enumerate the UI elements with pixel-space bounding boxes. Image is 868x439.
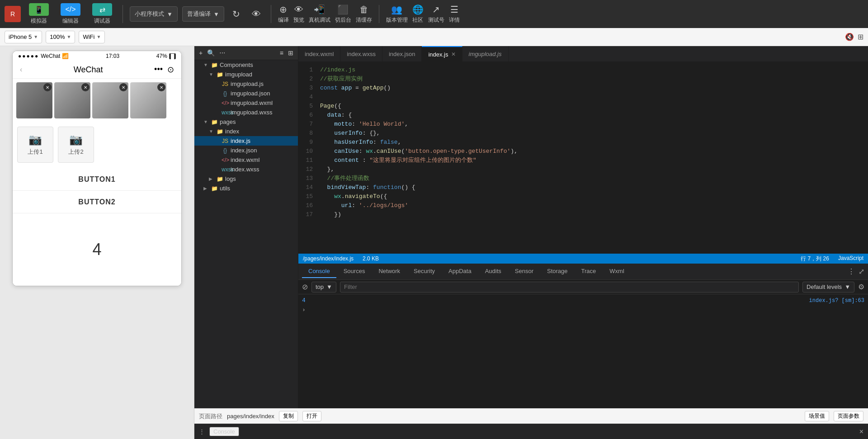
tree-item-logs[interactable]: ▶ 📁 logs — [194, 174, 298, 184]
filter-input[interactable] — [340, 282, 799, 293]
three-dots-icon[interactable]: ⋮ — [199, 428, 205, 435]
simulator-btn[interactable]: 📱 模拟器 — [25, 1, 52, 27]
tree-item-imgupload-json[interactable]: {} imgupload.json — [194, 89, 298, 98]
params-btn[interactable]: 页面参数 — [834, 411, 863, 421]
compile-action-icon: ⊕ — [279, 4, 287, 15]
console-bottom-tab[interactable]: Console — [209, 427, 239, 436]
image-thumb-3[interactable]: ✕ — [92, 82, 128, 118]
close-console-icon[interactable]: × — [859, 428, 863, 436]
device-select[interactable]: iPhone 5 ▼ — [5, 31, 42, 43]
tree-item-index-wxss[interactable]: wxss index.wxss — [194, 165, 298, 174]
test-btn[interactable]: ↗ 测试号 — [428, 4, 444, 24]
debugger-btn[interactable]: ⇄ 调试器 — [89, 1, 116, 27]
security-tab-label: Security — [414, 268, 435, 274]
image-thumb-2[interactable]: ✕ — [54, 82, 90, 118]
editor-btn[interactable]: </> 编辑器 — [57, 1, 84, 27]
sound-off-icon[interactable]: 🔇 — [845, 33, 854, 41]
real-machine-btn[interactable]: 📲 真机调试 — [309, 4, 330, 24]
tab-appdata[interactable]: AppData — [442, 265, 478, 278]
menu-dots-icon[interactable]: ••• — [154, 65, 163, 75]
tab-storage[interactable]: Storage — [541, 265, 574, 278]
upload-btn-2[interactable]: 📷 上传2 — [58, 127, 94, 163]
bottom-bar-right: 场景值 页面参数 — [805, 411, 863, 421]
network-select[interactable]: WiFi ▼ — [79, 31, 105, 43]
phone-button-2[interactable]: BUTTON2 — [13, 191, 181, 213]
image-thumb-4[interactable]: ✕ — [130, 82, 166, 118]
json-file-icon: {} — [222, 147, 229, 154]
layout-icon[interactable]: ⊞ — [288, 49, 293, 57]
detail-btn[interactable]: ☰ 详情 — [449, 4, 460, 24]
tree-item-utils[interactable]: ▶ 📁 utils — [194, 184, 298, 193]
tree-item-imgupload-wxml[interactable]: </> imgupload.wxml — [194, 98, 298, 108]
block-icon[interactable]: ⊘ — [302, 283, 308, 291]
open-btn[interactable]: 打开 — [302, 411, 321, 421]
code-content[interactable]: //index.js //获取应用实例 const app = getApp()… — [316, 62, 868, 254]
tab-audits[interactable]: Audits — [479, 265, 508, 278]
mode-select[interactable]: 小程序模式 ▼ — [130, 6, 178, 22]
copy-btn[interactable]: 复制 — [279, 411, 298, 421]
phone-panel: ●●●●● WeChat 📶 17:03 47% █ ‹ WeChat ••• … — [0, 46, 194, 439]
tab-index-js[interactable]: index.js ✕ — [422, 46, 462, 62]
zoom-select[interactable]: 100% ▼ — [46, 31, 75, 43]
close-thumb-3[interactable]: ✕ — [119, 83, 127, 91]
context-select[interactable]: top ▼ — [311, 282, 336, 293]
tab-index-json[interactable]: index.json — [382, 46, 422, 62]
path-value: pages/index/index — [227, 413, 274, 420]
tree-item-index-json[interactable]: {} index.json — [194, 146, 298, 155]
tree-item-index-wxml[interactable]: </> index.wxml — [194, 155, 298, 165]
eye-btn[interactable]: 👁 — [249, 6, 264, 22]
version-btn[interactable]: 👥 版本管理 — [386, 4, 408, 24]
console-expand-icon[interactable]: › — [302, 307, 306, 313]
tree-item-components[interactable]: ▼ 📁 Components — [194, 60, 298, 70]
community-btn[interactable]: 🌐 社区 — [412, 4, 424, 24]
gear-icon[interactable]: ⚙ — [858, 283, 864, 291]
close-thumb-2[interactable]: ✕ — [81, 83, 90, 91]
console-ref[interactable]: index.js? [sm]:63 — [809, 297, 864, 304]
close-thumb-1[interactable]: ✕ — [43, 83, 52, 91]
tree-item-imgupload-js[interactable]: JS imgupload.js — [194, 79, 298, 89]
tab-trace[interactable]: Trace — [575, 265, 603, 278]
more-options-icon[interactable]: ⋮ — [848, 267, 855, 276]
tree-item-imgupload[interactable]: ▼ 📁 imgupload — [194, 70, 298, 79]
phone-status-right: 47% █ — [156, 53, 176, 59]
tree-item-index[interactable]: ▼ 📁 index — [194, 127, 298, 136]
arrow-icon: ▶ — [203, 186, 209, 191]
main-content: ●●●●● WeChat 📶 17:03 47% █ ‹ WeChat ••• … — [0, 46, 868, 439]
tree-item-pages[interactable]: ▼ 📁 pages — [194, 117, 298, 127]
tab-sensor[interactable]: Sensor — [509, 265, 540, 278]
scene-btn[interactable]: 场景值 — [805, 411, 829, 421]
close-tab-icon[interactable]: ✕ — [451, 51, 456, 57]
clear-cache-btn[interactable]: 🗑 清缓存 — [356, 5, 372, 24]
zoom-arrow-icon: ▼ — [66, 34, 71, 39]
tab-console[interactable]: Console — [302, 265, 336, 278]
expand-icon[interactable]: ⤢ — [859, 267, 864, 276]
tab-index-wxss[interactable]: index.wxss — [340, 46, 382, 62]
refresh-btn[interactable]: ↻ — [229, 6, 244, 22]
tab-security[interactable]: Security — [407, 265, 441, 278]
back-icon[interactable]: ‹ — [20, 66, 22, 74]
search-icon[interactable]: 🔍 — [207, 49, 215, 57]
compile-btn[interactable]: ⊕ 编译 — [278, 4, 289, 24]
circle-icon[interactable]: ⊙ — [167, 65, 174, 75]
mode-arrow-icon: ▼ — [167, 11, 173, 18]
levels-select[interactable]: Default levels ▼ — [802, 282, 854, 293]
close-thumb-4[interactable]: ✕ — [157, 83, 165, 91]
tab-network[interactable]: Network — [372, 265, 406, 278]
more-icon[interactable]: ··· — [219, 49, 225, 57]
preview-btn[interactable]: 👁 预览 — [293, 5, 304, 24]
compile-select[interactable]: 普通编译 ▼ — [182, 6, 224, 22]
tab-index-wxml[interactable]: index.wxml — [298, 46, 340, 62]
tab-sources[interactable]: Sources — [337, 265, 372, 278]
tab-wxml[interactable]: Wxml — [603, 265, 631, 278]
upload-btn-1[interactable]: 📷 上传1 — [17, 127, 53, 163]
tab-imgupload-js[interactable]: imgupload.js — [462, 46, 509, 62]
phone-frame: ●●●●● WeChat 📶 17:03 47% █ ‹ WeChat ••• … — [12, 51, 182, 286]
tree-item-imgupload-wxss[interactable]: wxss imgupload.wxss — [194, 108, 298, 117]
image-thumb-1[interactable]: ✕ — [16, 82, 52, 118]
rotate-icon[interactable]: ⊞ — [858, 33, 863, 41]
sort-icon[interactable]: ≡ — [280, 49, 283, 57]
switch-back-btn[interactable]: ⬛ 切后台 — [335, 4, 351, 24]
phone-button-1[interactable]: BUTTON1 — [13, 168, 181, 191]
new-file-icon[interactable]: + — [199, 49, 203, 57]
tree-item-index-js[interactable]: JS index.js — [194, 136, 298, 146]
